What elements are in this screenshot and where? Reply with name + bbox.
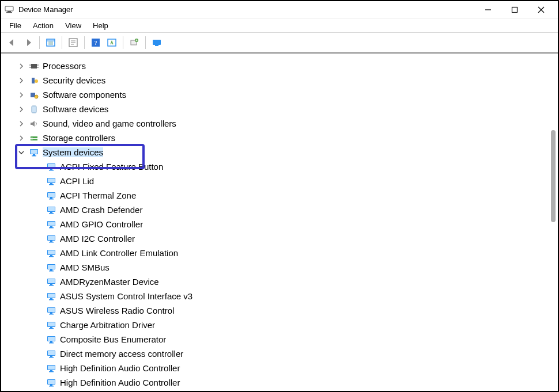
properties-button[interactable]	[66, 35, 81, 50]
tree-device-item[interactable]: ACPI Lid	[17, 174, 557, 188]
tree-device-item[interactable]: Direct memory access controller	[17, 347, 557, 361]
content-area: ProcessorsSecurity devicesSoftware compo…	[2, 55, 557, 390]
tree-category-processors[interactable]: Processors	[17, 59, 557, 73]
tree-category-software_components[interactable]: Software components	[17, 87, 557, 102]
chevron-right-icon[interactable]	[17, 134, 25, 142]
svg-rect-94	[49, 342, 54, 344]
tree-label: ASUS Wireless Radio Control	[60, 306, 174, 315]
tree-device-item[interactable]: AMD Link Controller Emulation	[17, 246, 557, 260]
chevron-right-icon[interactable]	[17, 120, 25, 128]
software_components-icon	[29, 90, 39, 100]
svg-rect-23	[153, 40, 161, 45]
tree-label: ASUS System Control Interface v3	[60, 291, 192, 301]
software_devices-icon	[29, 105, 39, 114]
svg-point-37	[32, 136, 33, 138]
help-button[interactable]: ?	[88, 35, 103, 50]
svg-rect-90	[49, 328, 54, 329]
svg-rect-57	[50, 212, 52, 213]
menu-view[interactable]: View	[59, 20, 87, 31]
tree-device-item[interactable]: ASUS Wireless Radio Control	[17, 303, 557, 318]
svg-rect-81	[50, 298, 52, 299]
svg-rect-65	[50, 241, 52, 242]
menu-help[interactable]: Help	[87, 20, 114, 31]
menubar: File Action View Help	[1, 18, 558, 32]
tree-label: Software components	[43, 90, 126, 100]
monitor-icon	[46, 292, 56, 301]
add-legacy-hardware-button[interactable]	[127, 35, 142, 50]
svg-rect-34	[32, 106, 36, 113]
nav-forward-button[interactable]	[21, 35, 36, 50]
tree-label: ACPI Fixed Feature Button	[60, 162, 163, 172]
tree-device-item[interactable]: ACPI Thermal Zone	[17, 188, 557, 203]
svg-rect-44	[48, 164, 55, 168]
monitor-icon	[46, 364, 56, 373]
tree-category-storage[interactable]: Storage controllers	[17, 131, 557, 145]
tree-label: Processors	[43, 61, 86, 71]
svg-rect-24	[155, 45, 158, 46]
toolbar-separator	[84, 36, 85, 49]
tree-device-item[interactable]: ACPI Fixed Feature Button	[17, 159, 557, 174]
menu-action[interactable]: Action	[27, 20, 59, 31]
tree-device-item[interactable]: AMD SMBus	[17, 260, 557, 275]
svg-rect-52	[48, 193, 55, 197]
tree-category-software_devices[interactable]: Software devices	[17, 102, 557, 116]
svg-rect-86	[49, 314, 54, 315]
vertical-scrollbar[interactable]	[549, 55, 557, 390]
svg-rect-106	[49, 386, 54, 387]
tree-device-item[interactable]: AMD Crash Defender	[17, 203, 557, 217]
chevron-right-icon[interactable]	[17, 91, 25, 99]
svg-rect-0	[5, 6, 13, 11]
svg-rect-42	[32, 155, 36, 157]
svg-point-38	[32, 139, 33, 140]
svg-rect-105	[50, 385, 52, 386]
tree-device-item[interactable]: High Definition Audio Controller	[17, 375, 557, 390]
tree-label: Sound, video and game controllers	[43, 119, 176, 128]
tree-device-item[interactable]: ASUS System Control Interface v3	[17, 289, 557, 303]
menu-file[interactable]: File	[3, 20, 27, 31]
svg-rect-25	[31, 64, 37, 68]
devices-by-type-button[interactable]	[149, 35, 164, 50]
storage-icon	[29, 134, 39, 143]
tree-device-item[interactable]: High Definition Audio Controller	[17, 361, 557, 375]
monitor-icon	[46, 191, 56, 200]
chevron-right-icon[interactable]	[17, 62, 25, 70]
tree-device-item[interactable]: Charge Arbitration Driver	[17, 318, 557, 332]
tree-device-item[interactable]: AMD GPIO Controller	[17, 217, 557, 231]
minimize-button[interactable]	[475, 1, 501, 18]
chevron-right-icon[interactable]	[17, 105, 25, 113]
tree-device-item[interactable]: AMD I2C Controller	[17, 231, 557, 246]
svg-rect-48	[48, 178, 55, 182]
monitor-icon	[46, 263, 56, 272]
toolbar: ?	[1, 33, 558, 54]
tree-device-item[interactable]: Composite Bus Enumerator	[17, 332, 557, 347]
monitor-icon	[46, 205, 56, 215]
tree-category-system[interactable]: System devices	[17, 145, 557, 159]
scrollbar-thumb[interactable]	[551, 130, 556, 222]
svg-rect-72	[48, 265, 55, 269]
chevron-down-icon[interactable]	[17, 149, 25, 157]
tree-device-item[interactable]: AMDRyzenMaster Device	[17, 275, 557, 289]
svg-rect-1	[7, 11, 11, 12]
tree-category-security[interactable]: Security devices	[17, 73, 557, 87]
sound-icon	[29, 119, 39, 128]
svg-rect-2	[6, 12, 12, 13]
nav-back-button[interactable]	[5, 35, 20, 50]
maximize-button[interactable]	[501, 1, 528, 18]
svg-rect-64	[48, 236, 55, 240]
chevron-right-icon[interactable]	[17, 77, 25, 85]
svg-rect-4	[512, 7, 518, 12]
svg-rect-84	[48, 308, 55, 312]
show-hide-tree-button[interactable]	[43, 35, 58, 50]
tree-category-sound[interactable]: Sound, video and game controllers	[17, 116, 557, 131]
system-icon	[29, 148, 39, 157]
close-button[interactable]	[528, 1, 554, 18]
monitor-icon	[46, 177, 56, 186]
tree-label: AMD Link Controller Emulation	[60, 248, 178, 258]
monitor-icon	[46, 306, 56, 315]
device-tree[interactable]: ProcessorsSecurity devicesSoftware compo…	[2, 55, 557, 390]
svg-rect-46	[49, 170, 54, 171]
tree-label: Security devices	[43, 75, 105, 85]
scan-hardware-button[interactable]	[104, 35, 119, 50]
svg-rect-102	[49, 371, 54, 372]
svg-rect-56	[48, 207, 55, 211]
